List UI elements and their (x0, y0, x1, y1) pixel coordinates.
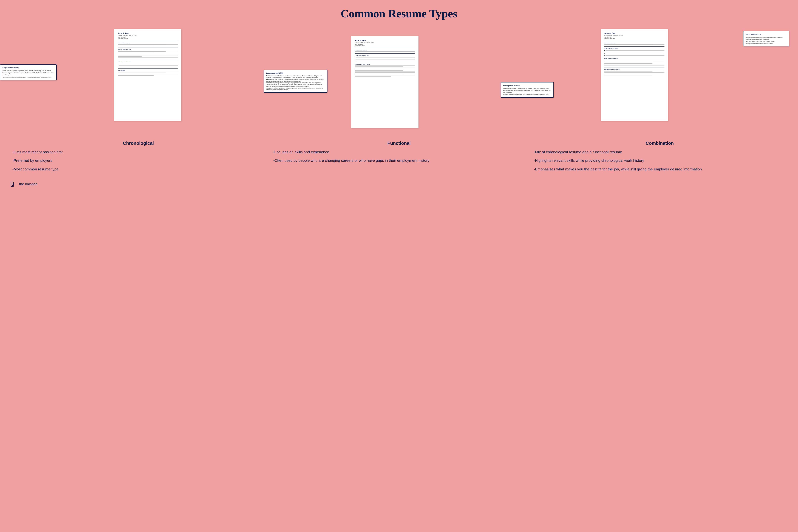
line (117, 55, 166, 55)
callout-title: Employment History (2, 66, 54, 69)
employment-label: EMPLOYMENT HISTORY (117, 49, 178, 50)
bullet-dot (604, 54, 605, 54)
line (604, 72, 652, 72)
functional-desc-1: -Focuses on skills and experience (273, 150, 525, 154)
line (604, 61, 652, 61)
line (355, 69, 415, 69)
line (604, 63, 652, 64)
line (604, 75, 665, 75)
core-qual-label: CORE QUALIFICATIONS (355, 55, 415, 56)
line (604, 66, 641, 66)
line (117, 57, 178, 58)
line (604, 65, 665, 65)
education-section: EDUCATION (117, 70, 178, 76)
employment-history-section: EMPLOYMENT HISTORY (604, 58, 665, 66)
logo-icon (11, 180, 18, 188)
bullet-line (119, 64, 178, 64)
line (355, 76, 391, 77)
education-label: EDUCATION (117, 70, 178, 71)
line (604, 73, 665, 73)
bullet-line (356, 61, 415, 61)
career-objective-section: CAREER OBJECTIVE (355, 50, 415, 52)
divider (604, 67, 665, 68)
bullet-item (355, 58, 415, 59)
bullet-dot (117, 64, 118, 64)
career-objective-label: CAREER OBJECTIVE (355, 50, 415, 51)
employment-history-callout: Employment History Senior Process Engine… (0, 64, 57, 80)
resumes-row: Employment History Senior Process Engine… (11, 29, 787, 132)
line (604, 63, 665, 63)
bullet-item (604, 50, 665, 51)
chronological-title: Chronological (13, 140, 264, 146)
line (604, 72, 665, 73)
line (117, 54, 178, 54)
line (355, 67, 415, 68)
bullet-item (355, 60, 415, 61)
line (355, 68, 391, 68)
bullet-line (119, 67, 178, 68)
experience-section: EXPERIENCE AND SKILLS (604, 69, 665, 76)
bullet-line (356, 58, 415, 58)
bullet-item (604, 55, 665, 56)
bullet-dot (355, 59, 355, 59)
bullet-line (119, 65, 178, 66)
experience-label: EXPERIENCE AND SKILLS (355, 64, 415, 65)
bullet-item (117, 65, 178, 66)
combination-title: Combination (534, 140, 785, 146)
chronological-column: Employment History Senior Process Engine… (11, 29, 260, 132)
bullet-line (606, 52, 665, 52)
combination-desc-3: -Emphasizes what makes you the best fit … (534, 167, 785, 172)
combination-column: Core Qualifications - Background managin… (509, 29, 787, 121)
resume-name: John A. Doe (355, 39, 415, 41)
chronological-resume: John A. Doe 925 Main Street, Ann Arbor, … (114, 29, 181, 121)
employment-history-section: EMPLOYMENT HISTORY (117, 49, 178, 58)
line (355, 73, 415, 73)
bullet-dot (355, 57, 355, 58)
callout-content: - Background managing direct transportat… (746, 36, 787, 44)
career-objective-label: CAREER OBJECTIVE (604, 42, 665, 43)
line (355, 52, 403, 53)
line (355, 51, 415, 52)
functional-description: Functional -Focuses on skills and experi… (271, 140, 527, 175)
divider (355, 62, 415, 62)
line (117, 72, 178, 72)
resume-contact: 925 Main Street, Ann Arbor, MI 55555 (21… (117, 35, 178, 39)
divider (117, 47, 178, 48)
career-objective-label: CAREER OBJECTIVE (117, 42, 178, 43)
logo-area: the balance (11, 180, 787, 188)
core-qualifications-section: CORE QUALIFICATIONS (604, 48, 665, 56)
core-qual-label: CORE QUALIFICATIONS (117, 61, 178, 62)
line (604, 60, 665, 60)
bullet-line (606, 51, 665, 51)
bullet-item (117, 63, 178, 64)
line (117, 73, 166, 73)
divider (117, 41, 178, 41)
descriptions-row: Chronological -Lists most recent positio… (11, 140, 787, 175)
divider (355, 48, 415, 48)
callout-title: Core Qualifications (746, 33, 787, 36)
line (355, 75, 415, 75)
bullet-dot (604, 52, 605, 52)
line (355, 72, 415, 72)
line (604, 71, 665, 71)
employment-label: EMPLOYMENT HISTORY (604, 58, 665, 59)
line (604, 74, 641, 74)
line (117, 56, 178, 56)
bullet-item (604, 51, 665, 52)
callout-title: Employment History (503, 84, 551, 87)
line (117, 45, 166, 45)
resume-contact: 925 Main Street, Ann Arbor, MI 55555 (21… (355, 42, 415, 46)
core-qualifications-section: CORE QUALIFICATIONS (355, 55, 415, 61)
callout-title: Experience and Skills (266, 72, 325, 74)
career-objective-section: CAREER OBJECTIVE (117, 42, 178, 46)
bullet-dot (117, 65, 118, 66)
line (117, 46, 154, 46)
bullet-dot (355, 60, 355, 61)
bullet-line (606, 55, 665, 56)
line (117, 56, 142, 57)
resume-contact: 925 Main Street, Ann Arbor, MI 55555 (21… (604, 35, 665, 39)
page-title: Common Resume Types (11, 7, 787, 20)
functional-title: Functional (273, 140, 525, 146)
combination-desc-2: -Highlights relevant skills while provid… (534, 158, 785, 163)
bullet-dot (117, 67, 118, 68)
